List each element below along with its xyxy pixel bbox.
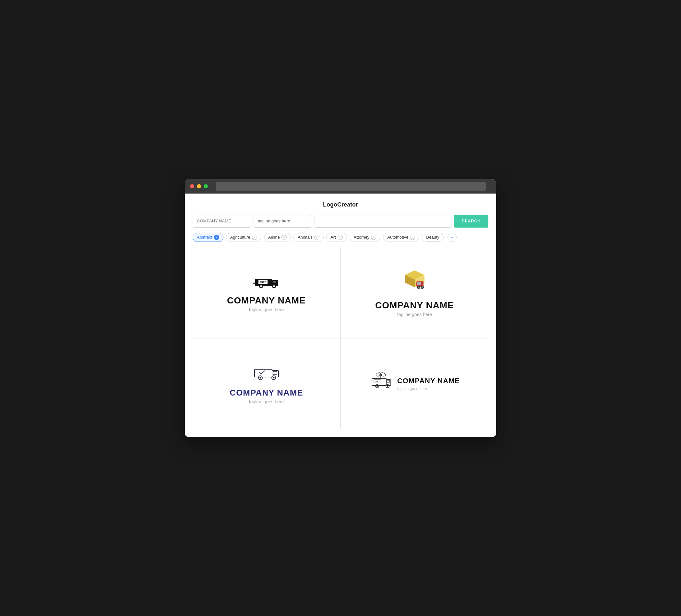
svg-point-26 [273, 377, 274, 378]
logo-card-1[interactable]: FREE COMPANY NAME tagline goes here [193, 247, 340, 338]
svg-point-41 [387, 385, 388, 387]
svg-rect-22 [273, 371, 277, 375]
logo-2-tagline: tagline goes here [397, 312, 432, 317]
logo-1-tagline: tagline goes here [249, 307, 284, 312]
filter-animals-label: Animals [298, 235, 312, 239]
logo-3-icon [252, 363, 281, 383]
svg-text:FREE: FREE [260, 281, 266, 283]
filter-airline[interactable]: Airline ✓ [264, 233, 291, 242]
svg-point-17 [418, 286, 419, 288]
keyword-input[interactable] [314, 215, 451, 228]
outline-truck-svg [252, 363, 281, 381]
logo-4-icon: FREE [369, 372, 392, 396]
address-bar [216, 182, 486, 190]
filter-agriculture[interactable]: Agriculture ✓ [226, 233, 261, 242]
iso-truck-svg [399, 268, 431, 294]
filter-attorney[interactable]: Attorney ✓ [350, 233, 380, 242]
app-window: LogoCreator SEARCH Abstract ✓ Agricultur… [185, 179, 496, 437]
automotive-check-icon: ✓ [410, 235, 415, 240]
filter-automotive[interactable]: Automotive ✓ [383, 233, 419, 242]
logo-card-3[interactable]: COMPANY NAME tagline goes here [193, 338, 340, 429]
animals-check-icon: ✓ [314, 235, 320, 240]
svg-rect-2 [273, 281, 276, 283]
logo-4-tagline: tagline goes here [397, 386, 460, 391]
filter-beauty[interactable]: Beauty [422, 233, 443, 241]
app-content: LogoCreator SEARCH Abstract ✓ Agricultur… [185, 194, 496, 437]
attorney-check-icon: ✓ [371, 235, 376, 240]
logo-3-company: COMPANY NAME [230, 388, 303, 398]
filter-art[interactable]: Art ✓ [326, 233, 347, 242]
filter-animals[interactable]: Animals ✓ [294, 233, 324, 242]
filter-automotive-label: Automotive [387, 235, 408, 239]
maximize-button[interactable] [204, 184, 208, 188]
tagline-input[interactable] [254, 215, 312, 228]
filter-beauty-label: Beauty [426, 235, 439, 239]
svg-point-8 [260, 285, 262, 287]
search-bar: SEARCH [193, 215, 488, 228]
filter-next-arrow[interactable]: → [448, 233, 457, 242]
svg-text:FREE: FREE [375, 380, 380, 382]
black-truck-svg: FREE [252, 272, 281, 290]
logo-4-company: COMPANY NAME [397, 377, 460, 385]
logo-1-icon: FREE [252, 272, 281, 290]
close-button[interactable] [190, 184, 194, 188]
svg-rect-20 [255, 369, 272, 377]
logo-grid: FREE COMPANY NAME tagline goes here [193, 247, 488, 429]
logo-card-2[interactable]: COMPANY NAME tagline goes here [341, 247, 488, 338]
titlebar [185, 179, 496, 194]
logo-2-icon [399, 268, 431, 295]
filter-agriculture-label: Agriculture [230, 235, 250, 239]
logo-4-text: COMPANY NAME tagline goes here [397, 377, 460, 391]
gift-truck-svg: FREE [369, 372, 392, 393]
art-check-icon: ✓ [337, 235, 343, 240]
svg-point-19 [421, 286, 423, 288]
filter-abstract[interactable]: Abstract ✓ [193, 233, 223, 242]
filter-attorney-label: Attorney [354, 235, 369, 239]
logo-1-company: COMPANY NAME [227, 296, 306, 306]
filter-abstract-label: Abstract [197, 235, 212, 239]
airline-check-icon: ✓ [281, 235, 287, 240]
logo-3-tagline: tagline goes here [249, 399, 284, 404]
svg-point-10 [273, 285, 275, 287]
minimize-button[interactable] [197, 184, 201, 188]
svg-rect-15 [417, 282, 421, 285]
svg-point-24 [259, 377, 261, 378]
company-name-input[interactable] [193, 215, 251, 228]
filter-art-label: Art [330, 235, 336, 239]
svg-point-39 [377, 385, 378, 387]
abstract-check-icon: ✓ [214, 235, 219, 240]
svg-rect-37 [387, 380, 389, 383]
filter-bar: Abstract ✓ Agriculture ✓ Airline ✓ Anima… [193, 233, 488, 242]
search-button[interactable]: SEARCH [454, 215, 488, 228]
app-title: LogoCreator [193, 201, 488, 208]
agriculture-check-icon: ✓ [252, 235, 257, 240]
logo-2-company: COMPANY NAME [375, 300, 454, 311]
filter-airline-label: Airline [268, 235, 280, 239]
logo-card-4[interactable]: FREE COMPANY NAME tagline goes her [341, 338, 488, 429]
